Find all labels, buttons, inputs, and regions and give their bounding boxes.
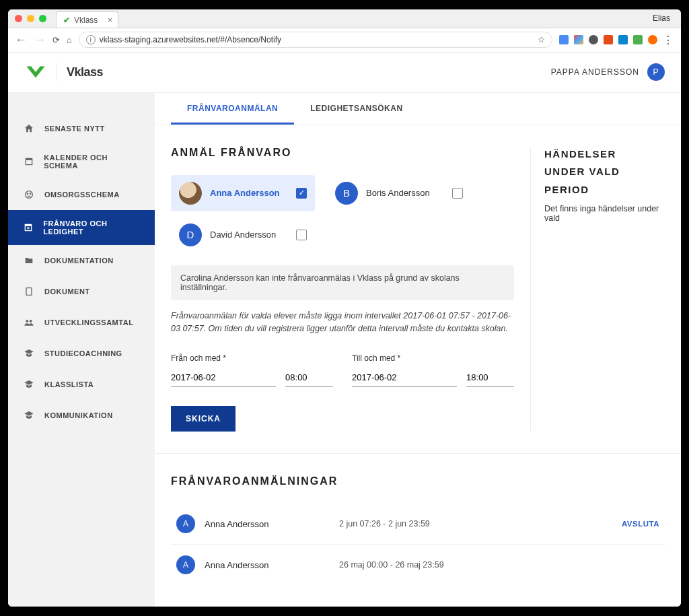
tab-favicon-icon: ✔ [63,15,70,25]
sidebar-item-6[interactable]: UTVECKLINGSSAMTAL [8,307,155,338]
tabbar: FRÅNVAROANMÄLANLEDIGHETSANSÖKAN [155,93,681,125]
to-time-input[interactable] [466,368,514,387]
from-date-input[interactable] [171,368,276,387]
report-avatar: A [176,555,195,574]
report-range: 26 maj 00:00 - 26 maj 23:59 [339,560,444,570]
student-checkbox[interactable] [296,230,307,240]
sidebar: SENASTE NYTTKALENDER OCH SCHEMAOMSORGSSC… [8,93,155,607]
student-checkbox[interactable] [452,188,463,199]
sidebar-item-3[interactable]: FRÅNVARO OCH LEDIGHET [8,210,155,245]
mac-titlebar: ✔ Vklass × Elias [8,9,681,28]
people-icon [23,316,35,329]
url-bar: ← → ⟳ ⌂ i vklass-staging.azurewebsites.n… [8,28,681,53]
extension-icon[interactable] [648,35,657,44]
tab-0[interactable]: FRÅNVAROANMÄLAN [171,93,294,125]
sidebar-item-0[interactable]: SENASTE NYTT [8,113,155,144]
sidebar-item-label: FRÅNVARO OCH LEDIGHET [43,219,140,236]
grad-icon [23,347,35,360]
svg-rect-3 [26,287,32,295]
tab-title: Vklass [74,15,98,25]
svg-point-0 [26,191,33,198]
tab-close-icon[interactable]: × [108,15,113,25]
sidebar-item-1[interactable]: KALENDER OCH SCHEMA [8,144,155,179]
svg-point-2 [30,193,30,194]
folder-icon [23,254,35,267]
report-row-1: AAnna Andersson26 maj 00:00 - 26 maj 23:… [171,545,665,585]
address-bar[interactable]: i vklass-staging.azurewebsites.net/#/Abs… [79,32,552,48]
sidebar-item-2[interactable]: OMSORGSSCHEMA [8,179,155,210]
sidebar-item-label: OMSORGSSCHEMA [44,191,120,199]
calendar-x-icon [23,221,34,234]
extension-icon[interactable] [633,35,643,44]
brand-logo-icon[interactable] [24,64,47,80]
reports-list: AAnna Andersson2 jun 07:26 - 2 jun 23:59… [171,504,665,585]
browser-menu-icon[interactable]: ⋮ [663,34,674,46]
site-info-icon[interactable]: i [86,35,96,44]
minimize-window-button[interactable] [27,15,34,22]
close-window-button[interactable] [15,15,22,22]
to-datetime-group: Till och med * [352,353,514,387]
student-name: David Andersson [210,230,288,240]
submit-button[interactable]: SKICKA [171,406,235,432]
extension-icon[interactable] [574,35,583,44]
sidebar-item-label: SENASTE NYTT [44,125,105,133]
app-header: Vklass PAPPA ANDERSSON P [8,53,681,93]
extension-icon[interactable] [604,35,613,44]
student-card-0[interactable]: Anna Andersson✓ [171,175,315,211]
extension-icon[interactable] [618,35,628,44]
events-column: HÄNDELSER UNDER VALD PERIOD Det finns in… [530,147,665,432]
main-column: ANMÄL FRÅNVARO Anna Andersson✓BBoris And… [171,147,514,432]
student-selector: Anna Andersson✓BBoris AnderssonDDavid An… [171,175,514,253]
svg-point-4 [26,320,28,322]
events-title-l2: UNDER VALD [544,164,665,180]
user-name: PAPPA ANDERSSON [551,67,639,77]
back-button[interactable]: ← [15,33,27,47]
sidebar-item-5[interactable]: DOKUMENT [8,276,155,307]
events-empty-text: Det finns inga händelser under vald [544,204,665,223]
student-checkbox[interactable]: ✓ [296,188,307,199]
reports-title: FRÅNVAROANMÄLNINGAR [171,475,665,487]
sidebar-item-label: KLASSLISTA [44,380,94,388]
calendar-icon [23,156,34,168]
home-button[interactable]: ⌂ [67,35,72,45]
from-time-input[interactable] [285,368,333,387]
interval-note: Frånvaroanmälan för valda elever måste l… [171,310,514,335]
reload-button[interactable]: ⟳ [52,35,60,45]
sidebar-item-7[interactable]: STUDIECOACHNING [8,338,155,369]
form-title: ANMÄL FRÅNVARO [171,147,514,159]
browser-tab[interactable]: ✔ Vklass × [56,11,118,28]
to-date-input[interactable] [352,368,457,387]
extension-icon[interactable] [589,35,598,44]
report-name: Anna Andersson [205,519,339,529]
sidebar-item-label: DOKUMENT [44,287,90,296]
forward-button[interactable]: → [34,33,46,47]
sidebar-item-8[interactable]: KLASSLISTA [8,369,155,400]
sidebar-item-9[interactable]: KOMMUNIKATION [8,400,155,431]
sidebar-item-4[interactable]: DOKUMENTATION [8,245,155,276]
student-card-2[interactable]: DDavid Andersson [171,217,315,253]
header-user[interactable]: PAPPA ANDERSSON P [551,63,665,81]
grad-icon [23,378,35,390]
browser-profile-label[interactable]: Elias [653,13,674,23]
brand-name[interactable]: Vklass [67,65,103,79]
doc-icon [23,285,35,298]
student-card-1[interactable]: BBoris Andersson [327,175,471,211]
student-name: Boris Andersson [366,188,444,198]
sidebar-item-label: UTVECKLINGSSAMTAL [44,318,133,327]
bookmark-star-icon[interactable]: ☆ [538,35,545,44]
grad-icon [23,409,35,421]
report-action-button[interactable]: AVSLUTA [622,520,659,528]
report-name: Anna Andersson [205,560,339,570]
face-icon [23,189,35,201]
tab-1[interactable]: LEDIGHETSANSÖKAN [294,93,419,125]
report-avatar: A [176,514,195,533]
report-range: 2 jun 07:26 - 2 jun 23:59 [339,519,430,528]
sidebar-item-label: STUDIECOACHNING [44,349,122,357]
maximize-window-button[interactable] [39,15,46,22]
user-avatar[interactable]: P [647,63,665,81]
svg-point-5 [30,320,32,322]
home-icon [23,123,35,135]
events-title-l1: HÄNDELSER [544,147,665,162]
extension-icon[interactable] [559,35,569,44]
from-label: Från och med * [171,353,333,363]
